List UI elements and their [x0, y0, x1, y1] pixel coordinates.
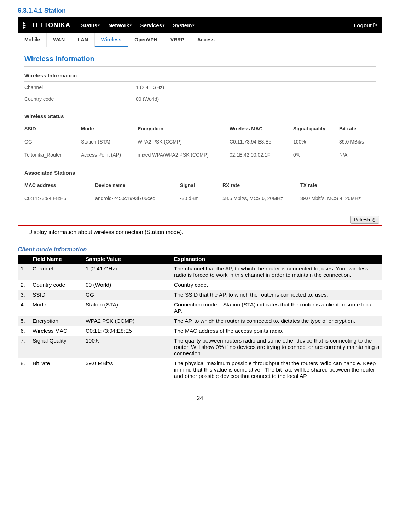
as-sig: -30 dBm — [180, 195, 222, 201]
ws-bit: N/A — [339, 152, 375, 158]
country-value: 00 (World) — [136, 96, 159, 102]
channel-value: 1 (2.41 GHz) — [136, 84, 164, 90]
caret-down-icon: ▾ — [163, 23, 164, 27]
ws-ssid: GG — [24, 139, 81, 145]
table-row: 6. Wireless MAC C0:11:73:94:E8:E5 The MA… — [18, 326, 382, 336]
ws-mode: Station (STA) — [81, 139, 138, 145]
tab-mobile[interactable]: Mobile — [18, 33, 47, 47]
menu-services[interactable]: Services▾ — [140, 22, 164, 28]
cell-field: Signal Quality — [30, 336, 83, 358]
cell-sample: C0:11:73:94:E8:E5 — [83, 326, 171, 336]
cell-sample: 1 (2.41 GHz) — [83, 264, 171, 280]
ws-h-sig: Signal quality — [293, 126, 339, 131]
channel-label: Channel — [24, 84, 136, 90]
tab-openvpn[interactable]: OpenVPN — [128, 33, 164, 47]
brand-text: TELTONIKA — [31, 22, 70, 29]
tab-wan[interactable]: WAN — [47, 33, 71, 47]
section-heading: 6.3.1.4.1 Station — [18, 7, 382, 14]
ws-h-ssid: SSID — [24, 126, 81, 131]
ws-enc: WPA2 PSK (CCMP) — [138, 139, 230, 145]
logout-icon — [373, 23, 378, 28]
associated-stations-title: Associated Stations — [24, 166, 376, 179]
as-header-row: MAC address Device name Signal RX rate T… — [24, 179, 376, 192]
cell-explanation: The AP, to which the router is connected… — [171, 316, 382, 326]
ws-mac: 02:1E:42:00:02:1F — [230, 152, 293, 158]
tab-access[interactable]: Access — [191, 33, 221, 47]
wireless-info-title: Wireless Information — [24, 69, 376, 82]
ws-sig: 100% — [293, 139, 339, 145]
main-menu: Status▾ Network▾ Services▾ System▾ — [81, 22, 194, 28]
cell-explanation: The channel that the AP, to which the ro… — [171, 264, 382, 280]
refresh-icon — [371, 217, 376, 222]
as-rx: 58.5 Mbit/s, MCS 6, 20MHz — [222, 195, 300, 201]
ws-ssid: Teltonika_Router — [24, 152, 81, 158]
table-row: 4. Mode Station (STA) Connection mode – … — [18, 300, 382, 316]
ws-data-row: GG Station (STA) WPA2 PSK (CCMP) C0:11:7… — [24, 135, 376, 148]
cell-explanation: The quality between routers radio and so… — [171, 336, 382, 358]
cell-sample: Station (STA) — [83, 300, 171, 316]
cell-field: Channel — [30, 264, 83, 280]
table-row: 2. Country code 00 (World) Country code. — [18, 280, 382, 290]
cell-explanation: Country code. — [171, 280, 382, 290]
tab-wireless[interactable]: Wireless — [95, 33, 128, 47]
ws-h-mac: Wireless MAC — [230, 126, 293, 131]
cell-num: 1. — [18, 264, 30, 280]
associated-stations-section: Associated Stations MAC address Device n… — [24, 166, 376, 205]
cell-sample: 100% — [83, 336, 171, 358]
cell-explanation: The SSID that the AP, to which the route… — [171, 290, 382, 300]
menu-system[interactable]: System▾ — [173, 22, 194, 28]
table-row: 3. SSID GG The SSID that the AP, to whic… — [18, 290, 382, 300]
country-row: Country code 00 (World) — [24, 93, 376, 105]
tab-lan[interactable]: LAN — [71, 33, 95, 47]
refresh-label: Refresh — [354, 217, 370, 222]
screenshot-body: Wireless Information Wireless Informatio… — [18, 47, 382, 214]
th-sample: Sample Value — [83, 255, 171, 264]
th-explanation: Explanation — [171, 255, 382, 264]
table-row: 1. Channel 1 (2.41 GHz) The channel that… — [18, 264, 382, 280]
th-field: Field Name — [30, 255, 83, 264]
associated-stations-table: MAC address Device name Signal RX rate T… — [24, 179, 376, 205]
refresh-button[interactable]: Refresh — [350, 216, 379, 224]
wireless-status-section: Wireless Status SSID Mode Encryption Wir… — [24, 110, 376, 161]
as-h-sig: Signal — [180, 182, 222, 188]
cell-sample: 39.0 MBit/s — [83, 358, 171, 381]
caret-down-icon: ▾ — [98, 23, 100, 27]
cell-num: 6. — [18, 326, 30, 336]
table-row: 5. Encryption WPA2 PSK (CCMP) The AP, to… — [18, 316, 382, 326]
client-mode-heading: Client mode information — [18, 246, 382, 253]
as-mac: C0:11:73:94:E8:E5 — [24, 195, 95, 201]
logout-link[interactable]: Logout — [354, 22, 378, 28]
ws-header-row: SSID Mode Encryption Wireless MAC Signal… — [24, 122, 376, 135]
cell-explanation: The MAC address of the access points rad… — [171, 326, 382, 336]
cell-field: Bit rate — [30, 358, 83, 381]
ws-mode: Access Point (AP) — [81, 152, 138, 158]
page-number: 24 — [18, 395, 382, 402]
as-h-dev: Device name — [95, 182, 180, 188]
ws-bit: 39.0 MBit/s — [339, 139, 375, 145]
ws-h-bit: Bit rate — [339, 126, 375, 131]
menu-status[interactable]: Status▾ — [81, 22, 100, 28]
as-data-row: C0:11:73:94:E8:E5 android-2450c1993f706c… — [24, 192, 376, 205]
ws-enc: mixed WPA/WPA2 PSK (CCMP) — [138, 152, 230, 158]
cell-explanation: Connection mode – Station (STA) indicate… — [171, 300, 382, 316]
cell-field: SSID — [30, 290, 83, 300]
tab-vrrp[interactable]: VRRP — [164, 33, 191, 47]
as-tx: 39.0 Mbit/s, MCS 4, 20MHz — [300, 195, 371, 201]
ws-h-enc: Encryption — [138, 126, 230, 131]
cell-field: Mode — [30, 300, 83, 316]
cell-num: 4. — [18, 300, 30, 316]
cell-sample: GG — [83, 290, 171, 300]
cell-num: 5. — [18, 316, 30, 326]
screenshot-footer: Refresh — [18, 214, 382, 225]
cell-field: Country code — [30, 280, 83, 290]
table-header-row: Field Name Sample Value Explanation — [18, 255, 382, 264]
tab-bar: Mobile WAN LAN Wireless OpenVPN VRRP Acc… — [18, 33, 382, 47]
th-num — [18, 255, 30, 264]
cell-num: 3. — [18, 290, 30, 300]
table-row: 7. Signal Quality 100% The quality betwe… — [18, 336, 382, 358]
menu-network[interactable]: Network▾ — [108, 22, 132, 28]
ws-sig: 0% — [293, 152, 339, 158]
channel-row: Channel 1 (2.41 GHz) — [24, 82, 376, 93]
as-dev: android-2450c1993f706ced — [95, 195, 180, 201]
cell-field: Encryption — [30, 316, 83, 326]
